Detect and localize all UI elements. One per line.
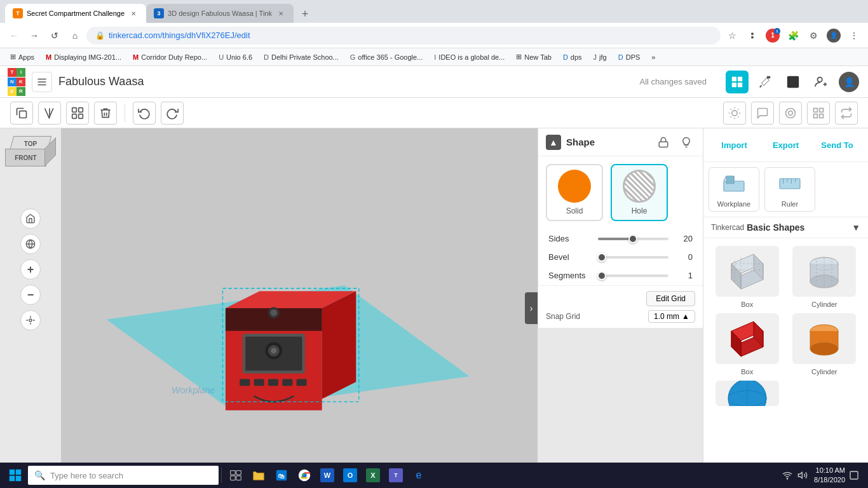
shape-box-red[interactable]: Box xyxy=(711,313,783,376)
address-bar[interactable]: 🔒 tinkercad.com/things/dhVfiX276EJ/edit xyxy=(86,27,721,44)
import-button[interactable]: Import xyxy=(709,133,760,156)
delete-button[interactable] xyxy=(94,102,117,125)
new-tab-button[interactable]: + xyxy=(296,5,314,23)
settings-icon[interactable]: ⚙ xyxy=(804,27,822,44)
back-button[interactable]: ← xyxy=(5,27,23,44)
word-button[interactable]: W xyxy=(316,464,339,487)
reload-button[interactable]: ↺ xyxy=(46,27,64,44)
duplicate-button[interactable] xyxy=(10,102,33,125)
segments-thumb[interactable] xyxy=(597,271,606,280)
bevel-thumb[interactable] xyxy=(597,253,606,262)
shapes-button[interactable] xyxy=(782,71,804,93)
panel-toggle-button[interactable]: ▲ xyxy=(546,135,561,150)
bookmark-icon[interactable]: ☆ xyxy=(723,27,741,44)
view-cube[interactable]: TOP FRONT xyxy=(5,136,56,193)
shapes-icon[interactable] xyxy=(779,102,802,125)
teams-button[interactable]: T xyxy=(384,464,407,487)
flip-icon[interactable] xyxy=(835,102,858,125)
sides-thumb[interactable] xyxy=(628,234,637,243)
snap-grid-row: Snap Grid 1.0 mm ▲ xyxy=(546,310,695,323)
comment-icon[interactable] xyxy=(751,102,774,125)
send-to-button[interactable]: Send To xyxy=(811,133,863,156)
tinkercad-logo[interactable]: T I N K E R xyxy=(8,68,25,96)
bookmark-6[interactable]: G office 365 - Google... xyxy=(345,52,428,62)
undo-button[interactable] xyxy=(133,102,156,125)
workplane-button[interactable]: Workplane xyxy=(709,167,759,212)
solid-option[interactable]: Solid xyxy=(546,164,603,221)
bookmark-9[interactable]: D dps xyxy=(558,52,587,62)
taskbar-search[interactable]: 🔍 Type here to search xyxy=(28,466,219,485)
profile-icon[interactable]: 1 1 xyxy=(764,27,782,44)
menu-button[interactable] xyxy=(32,72,52,92)
more-options-icon[interactable]: ⋮ xyxy=(845,27,863,44)
shape-sphere-blue[interactable] xyxy=(711,381,783,406)
network-icon[interactable] xyxy=(781,469,794,482)
bookmark-11[interactable]: D DPS xyxy=(613,52,646,62)
user-profile-icon[interactable]: 👤 xyxy=(825,27,843,44)
sides-slider[interactable] xyxy=(598,234,668,243)
home-button[interactable]: ⌂ xyxy=(66,27,84,44)
grid-icon[interactable] xyxy=(807,102,830,125)
viewport[interactable]: Workplane xyxy=(61,128,538,488)
ruler-button[interactable]: Ruler xyxy=(764,167,815,212)
extensions-puzzle-icon[interactable]: 🧩 xyxy=(784,27,802,44)
tray-clock[interactable]: 10:10 AM 8/18/2020 xyxy=(814,466,845,485)
bookmark-7[interactable]: I IDEO is a global de... xyxy=(429,52,510,62)
file-explorer-button[interactable] xyxy=(247,464,270,487)
hammer-button[interactable] xyxy=(754,71,776,93)
bookmark-10[interactable]: J jfg xyxy=(588,52,612,62)
fit-view-button[interactable] xyxy=(20,310,41,330)
zoom-out-button[interactable]: − xyxy=(20,285,41,305)
add-user-button[interactable] xyxy=(810,71,832,93)
library-dropdown[interactable]: ▼ xyxy=(851,222,860,233)
tab-2[interactable]: 3 3D design Fabulous Waasa | Tink ✕ xyxy=(146,4,294,23)
segments-slider[interactable] xyxy=(598,271,668,280)
tab-2-close[interactable]: ✕ xyxy=(276,8,286,18)
chrome-button[interactable] xyxy=(293,464,316,487)
shape-cylinder-gray[interactable]: Cylinder xyxy=(789,246,861,308)
panel-collapse-arrow[interactable]: › xyxy=(525,292,538,324)
shape-box-gray[interactable]: Box xyxy=(711,246,783,308)
tab-1-close[interactable]: ✕ xyxy=(128,8,139,18)
bookmark-2[interactable]: M Displaying IMG-201... xyxy=(41,52,126,62)
light-icon[interactable] xyxy=(723,102,746,125)
user-avatar[interactable]: 👤 xyxy=(837,71,860,93)
zoom-in-button[interactable]: + xyxy=(20,259,41,280)
box-side-face xyxy=(322,291,356,399)
bevel-slider[interactable] xyxy=(598,253,668,262)
redo-button[interactable] xyxy=(161,102,184,125)
snap-grid-value[interactable]: 1.0 mm ▲ xyxy=(648,310,695,323)
tab-1[interactable]: T Secret Compartment Challenge ✕ xyxy=(5,4,146,23)
outlook-button[interactable]: O xyxy=(339,464,362,487)
bookmark-more[interactable]: » xyxy=(646,52,660,62)
bookmark-8[interactable]: ⊞ New Tab xyxy=(511,51,557,62)
taskview-button[interactable] xyxy=(224,464,247,487)
hole-option[interactable]: Hole xyxy=(611,164,668,221)
mirror-button[interactable] xyxy=(38,102,61,125)
bookmark-4[interactable]: U Unio 6.6 xyxy=(214,52,257,62)
grid-view-button[interactable] xyxy=(726,71,749,93)
bulb-icon[interactable] xyxy=(677,133,695,151)
shape-cylinder-orange[interactable]: Cylinder xyxy=(789,313,861,376)
home-view-button[interactable] xyxy=(20,208,41,229)
store-button[interactable]: 🛍 xyxy=(270,464,293,487)
forward-button[interactable]: → xyxy=(25,27,43,44)
group-button[interactable] xyxy=(66,102,89,125)
bookmark-apps[interactable]: ⊞ Apps xyxy=(5,51,39,62)
orbit-button[interactable] xyxy=(20,234,41,254)
notification-center[interactable] xyxy=(848,469,860,482)
ie-button[interactable]: e xyxy=(407,464,430,487)
bookmark-3[interactable]: M Corridor Duty Repo... xyxy=(128,52,212,62)
design-title[interactable]: Fabulous Waasa xyxy=(58,75,633,88)
cube-front-face[interactable]: FRONT xyxy=(5,149,46,166)
edit-grid-button[interactable]: Edit Grid xyxy=(646,291,695,306)
export-button[interactable]: Export xyxy=(760,133,811,156)
bookmark-5[interactable]: D Delhi Private Schoo... xyxy=(259,52,344,62)
volume-icon[interactable] xyxy=(796,469,809,482)
svg-line-27 xyxy=(731,116,731,117)
start-button[interactable] xyxy=(3,463,28,488)
tab-1-title: Secret Compartment Challenge xyxy=(27,10,125,17)
excel-button[interactable]: X xyxy=(362,464,384,487)
extensions-icon[interactable] xyxy=(743,27,761,44)
lock-icon[interactable] xyxy=(654,133,672,151)
